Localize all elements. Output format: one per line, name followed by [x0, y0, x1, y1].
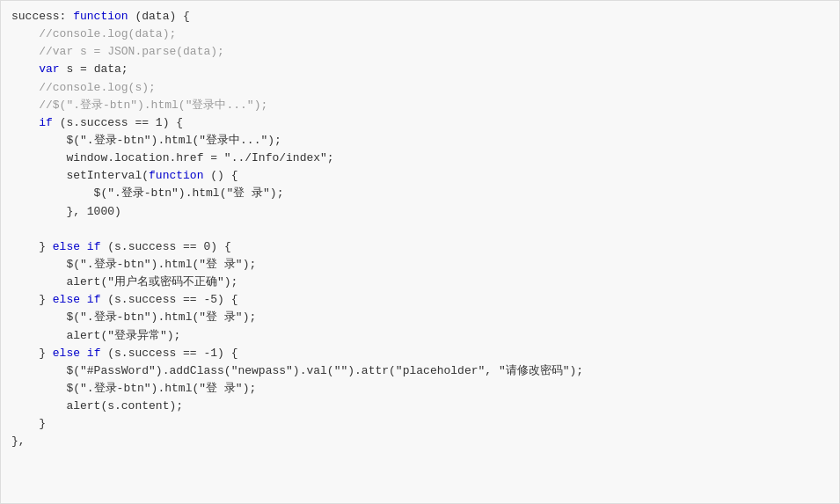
code-block: success: function (data) { //console.log… [11, 8, 829, 451]
code-container: success: function (data) { //console.log… [0, 0, 840, 504]
